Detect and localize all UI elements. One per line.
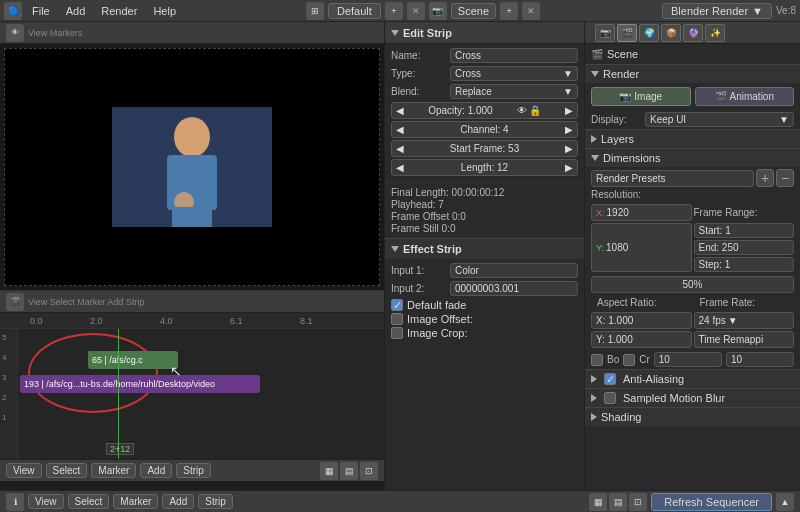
props-tab-object[interactable]: 📦 [661,24,681,42]
step-input[interactable]: Step: 1 [694,257,795,272]
effect-strip-triangle [391,246,399,252]
sampled-motion-blur-header[interactable]: Sampled Motion Blur [585,388,800,407]
dimensions-section-header[interactable]: Dimensions [585,148,800,167]
resolution-x-input[interactable]: X: 1920 [591,204,692,221]
add-scene-btn[interactable]: + [500,2,518,20]
bottom-icon-1[interactable]: ▦ [589,493,607,511]
blend-dropdown[interactable]: Replace ▼ [450,84,578,99]
start-frame-btn[interactable]: ◀ Start Frame: 53 ▶ [391,140,578,157]
opacity-btn[interactable]: ◀ Opacity: 1.000 👁 🔒 ▶ [391,102,578,119]
file-menu[interactable]: File [24,3,58,19]
view-icon-1[interactable]: ▦ [320,462,338,480]
remove-preset-btn[interactable]: − [776,169,794,187]
bo-value-input[interactable]: 10 [654,352,722,367]
close-workspace-btn[interactable]: ✕ [407,2,425,20]
view-btn-bottom[interactable]: View [28,494,64,509]
bottom-icon-3[interactable]: ⊡ [629,493,647,511]
bottom-icon-2[interactable]: ▤ [609,493,627,511]
add-btn-tl[interactable]: Add [140,463,172,478]
channel-btn[interactable]: ◀ Channel: 4 ▶ [391,121,578,138]
props-tab-particles[interactable]: ✨ [705,24,725,42]
strip-info-section: Final Length: 00:00:00:12 Playhead: 7 Fr… [385,183,584,238]
image-render-btn[interactable]: 📷 Image [591,87,691,106]
add-workspace-btn[interactable]: + [385,2,403,20]
frame-offset-text: Frame Offset 0:0 [391,211,578,222]
blender-icon: 🔵 [4,2,22,20]
shading-header[interactable]: Shading [585,407,800,426]
help-menu[interactable]: Help [145,3,184,19]
aa-checkbox[interactable]: ✓ [604,373,616,385]
add-menu[interactable]: Add [58,3,94,19]
view-icon-3[interactable]: ⊡ [360,462,378,480]
render-menu[interactable]: Render [93,3,145,19]
view-btn-tl[interactable]: View [6,463,42,478]
expand-btn[interactable]: ▲ [776,493,794,511]
layout-icon[interactable]: ⊞ [306,2,324,20]
props-tab-scene[interactable]: 🎬 [617,24,637,42]
view3d-icon[interactable]: 👁 [6,24,24,42]
render-section-header[interactable]: Render [585,64,800,83]
preview-image [112,107,272,227]
add-btn-bottom[interactable]: Add [162,494,194,509]
strip-btn-bottom[interactable]: Strip [198,494,233,509]
image-crop-checkbox[interactable] [391,327,403,339]
view-icon-2[interactable]: ▤ [340,462,358,480]
cr-value-input[interactable]: 10 [726,352,794,367]
bo-label: Bo [607,354,619,365]
fps-select[interactable]: 24 fps ▼ [694,312,795,329]
eye-icon[interactable]: 👁 [517,105,527,116]
refresh-sequencer-btn[interactable]: Refresh Sequencer [651,493,772,511]
y-prefix: Y: [596,243,604,253]
default-fade-checkbox[interactable]: ✓ [391,299,403,311]
default-fade-label: Default fade [407,299,466,311]
strip-btn-tl[interactable]: Strip [176,463,211,478]
close-scene-btn[interactable]: ✕ [522,2,540,20]
render-engine-selector[interactable]: Blender Render ▼ [662,3,772,19]
info-icon[interactable]: ℹ [6,493,24,511]
aspect-y-input[interactable]: Y: 1.000 [591,331,692,348]
type-dropdown[interactable]: Cross ▼ [450,66,578,81]
display-select[interactable]: Keep UI ▼ [645,112,794,127]
start-frame-input[interactable]: Start: 1 [694,223,795,238]
cr-check[interactable] [623,354,635,366]
select-btn-tl[interactable]: Select [46,463,88,478]
lock-icon[interactable]: 🔒 [529,105,541,116]
bo-check[interactable] [591,354,603,366]
type-label: Type: [391,68,446,79]
default-workspace-btn[interactable]: Default [328,3,381,19]
edit-strip-title: Edit Strip [403,27,452,39]
end-frame-input[interactable]: End: 250 [694,240,795,255]
effect-strip-header[interactable]: Effect Strip [385,238,584,259]
animation-render-btn[interactable]: 🎬 Animation [695,87,795,106]
sequencer-icon[interactable]: 🎬 [6,293,24,311]
percent-btn[interactable]: 50% [591,276,794,293]
green-track[interactable]: 65 | /afs/cg.c [88,351,178,369]
input1-label: Input 1: [391,265,446,276]
version-label: Ve:8 [776,5,796,16]
input1-field[interactable]: Color [450,263,578,278]
length-btn[interactable]: ◀ Length: 12 ▶ [391,159,578,176]
image-offset-checkbox[interactable] [391,313,403,325]
resolution-y-input[interactable]: Y: 1080 [591,223,692,272]
render-presets-select[interactable]: Render Presets [591,170,754,187]
channel-right-arrow: ▶ [565,124,573,135]
blend-chevron: ▼ [563,86,573,97]
smb-checkbox[interactable] [604,392,616,404]
name-input[interactable]: Cross [450,48,578,63]
add-preset-btn[interactable]: + [756,169,774,187]
scene-selector[interactable]: Scene [451,3,496,19]
props-tab-render[interactable]: 📷 [595,24,615,42]
layers-section-header[interactable]: Layers [585,129,800,148]
input2-field[interactable]: 00000003.001 [450,281,578,296]
purple-track[interactable]: 193 | /afs/cg...tu-bs.de/home/ruhl/Deskt… [20,375,260,393]
channel-num-3: 3 [2,373,6,382]
timeline-content[interactable]: 5 4 3 2 1 65 | /afs/cg.c 193 | /afs/cg..… [0,329,384,459]
props-tab-world[interactable]: 🌍 [639,24,659,42]
aspect-x-input[interactable]: X: 1.000 [591,312,692,329]
props-tab-material[interactable]: 🔮 [683,24,703,42]
marker-btn-tl[interactable]: Marker [91,463,136,478]
marker-btn-bottom[interactable]: Marker [113,494,158,509]
select-btn-bottom[interactable]: Select [68,494,110,509]
anti-aliasing-header[interactable]: ✓ Anti-Aliasing [585,369,800,388]
type-chevron: ▼ [563,68,573,79]
